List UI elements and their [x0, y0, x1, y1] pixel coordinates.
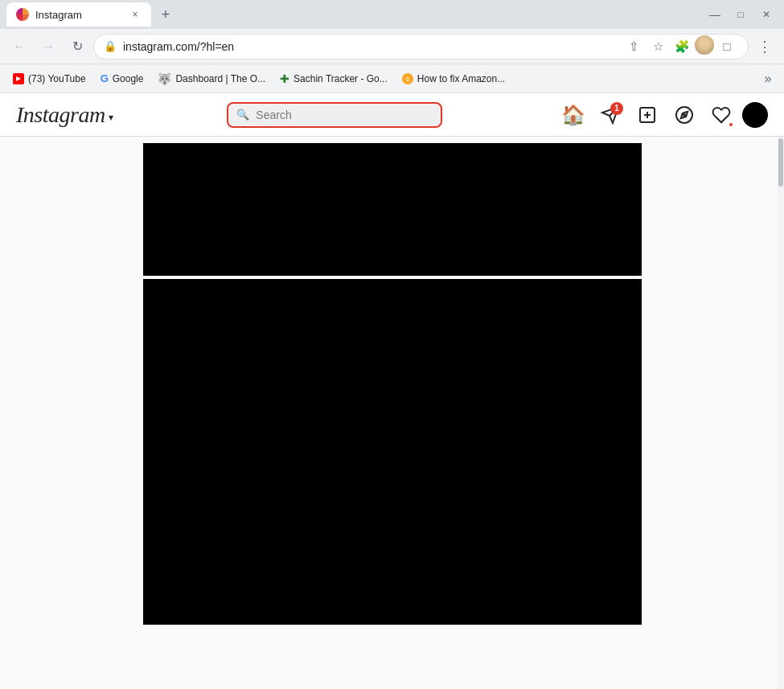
bookmark-star-icon[interactable]: ☆: [646, 35, 669, 58]
search-magnifier-icon: 🔍: [236, 109, 249, 121]
share-icon[interactable]: ⇧: [622, 35, 645, 58]
instagram-content: [0, 137, 784, 689]
maximize-button[interactable]: □: [729, 3, 752, 26]
minimize-button[interactable]: —: [704, 3, 726, 26]
instagram-logo[interactable]: Instagram ▾: [16, 102, 113, 128]
instagram-logo-text: Instagram: [16, 102, 105, 128]
google-favicon: G: [101, 72, 109, 84]
back-button[interactable]: ←: [6, 34, 32, 59]
sachin-favicon: ✚: [280, 72, 289, 85]
forward-button[interactable]: →: [35, 34, 61, 59]
svg-point-4: [683, 114, 685, 116]
messenger-icon[interactable]: 1: [594, 99, 626, 131]
search-input[interactable]: [256, 109, 433, 121]
url-bar[interactable]: 🔒 instagram.com/?hl=en ⇧ ☆ 🧩 □: [93, 34, 749, 59]
bookmarks-bar: ▶ (73) YouTube G Google 🐺 Dashboard | Th…: [0, 64, 784, 93]
bookmark-sachin-label: Sachin Tracker - Go...: [293, 73, 388, 84]
amazon-favicon: s: [402, 73, 413, 84]
new-tab-button[interactable]: +: [154, 3, 177, 26]
bookmark-sachin[interactable]: ✚ Sachin Tracker - Go...: [273, 68, 394, 89]
activity-heart-icon[interactable]: [705, 99, 737, 131]
explore-compass-icon[interactable]: [668, 99, 700, 131]
instagram-logo-caret: ▾: [109, 112, 113, 124]
bookmarks-more-button[interactable]: »: [758, 69, 778, 88]
bookmark-google-label: Google: [113, 73, 144, 84]
content-block-1: [143, 143, 642, 276]
window-controls: — □ ✕: [704, 3, 778, 26]
search-wrapper: 🔍: [125, 102, 544, 128]
search-box[interactable]: 🔍: [227, 102, 442, 128]
nav-icons: 🏠 1: [557, 99, 768, 131]
tab-title: Instagram: [35, 9, 122, 21]
url-actions: ⇧ ☆ 🧩 □: [622, 35, 738, 58]
bookmark-youtube-label: (73) YouTube: [28, 73, 86, 84]
close-button[interactable]: ✕: [755, 3, 778, 26]
scrollbar-track: [778, 137, 784, 689]
title-bar: Instagram × + — □ ✕: [0, 0, 784, 29]
extension-puzzle-icon[interactable]: 🧩: [671, 35, 693, 58]
scrollbar-thumb[interactable]: [778, 138, 783, 187]
content-scroll-area[interactable]: [0, 137, 784, 689]
url-text: instagram.com/?hl=en: [123, 40, 616, 53]
youtube-favicon: ▶: [13, 73, 24, 84]
new-post-icon[interactable]: [631, 99, 663, 131]
browser-window: Instagram × + — □ ✕ ← → ↻ 🔒 instagram.co…: [0, 0, 784, 689]
chrome-menu-button[interactable]: ⋮: [752, 34, 778, 59]
bookmark-amazon-label: How to fix Amazon...: [417, 73, 505, 84]
tab-favicon-instagram: [16, 8, 29, 21]
instagram-app: Instagram ▾ 🔍 🏠 1: [0, 93, 784, 689]
bookmark-google[interactable]: G Google: [94, 68, 150, 89]
instagram-header: Instagram ▾ 🔍 🏠 1: [0, 93, 784, 137]
profile-switcher-icon[interactable]: [695, 35, 714, 55]
refresh-button[interactable]: ↻: [64, 34, 90, 59]
bookmark-amazon[interactable]: s How to fix Amazon...: [396, 68, 511, 89]
notification-badge: 1: [610, 102, 623, 115]
active-tab[interactable]: Instagram ×: [6, 2, 151, 27]
security-lock-icon: 🔒: [104, 40, 117, 52]
dashboard-favicon: 🐺: [158, 72, 171, 85]
bookmark-youtube[interactable]: ▶ (73) YouTube: [6, 68, 92, 89]
bookmark-dashboard-label: Dashboard | The O...: [175, 73, 265, 84]
home-icon[interactable]: 🏠: [557, 99, 589, 131]
split-screen-icon[interactable]: □: [716, 35, 738, 58]
content-block-2: [143, 279, 642, 625]
bookmark-dashboard[interactable]: 🐺 Dashboard | The O...: [151, 68, 272, 89]
address-bar: ← → ↻ 🔒 instagram.com/?hl=en ⇧ ☆ 🧩 □ ⋮: [0, 29, 784, 64]
tab-close-button[interactable]: ×: [129, 8, 142, 21]
user-avatar[interactable]: [742, 102, 768, 128]
